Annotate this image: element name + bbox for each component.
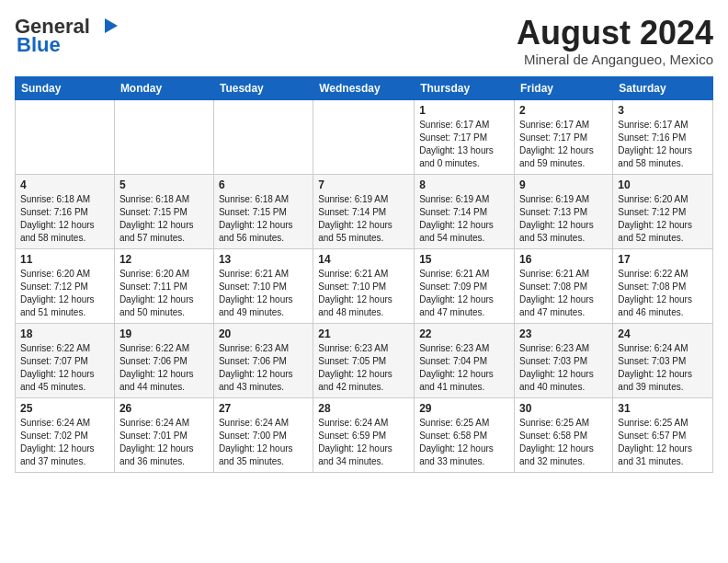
- day-number: 4: [20, 178, 109, 191]
- title-block: August 2024 Mineral de Angangueo, Mexico: [517, 15, 713, 67]
- day-number: 10: [618, 178, 708, 191]
- calendar-week-row: 11Sunrise: 6:20 AM Sunset: 7:12 PM Dayli…: [16, 248, 713, 323]
- calendar-day-21: 21Sunrise: 6:23 AM Sunset: 7:05 PM Dayli…: [313, 323, 415, 397]
- calendar-day-12: 12Sunrise: 6:20 AM Sunset: 7:11 PM Dayli…: [114, 248, 213, 323]
- day-info: Sunrise: 6:22 AM Sunset: 7:06 PM Dayligh…: [119, 342, 209, 394]
- col-header-wednesday: Wednesday: [313, 76, 415, 99]
- calendar-week-row: 4Sunrise: 6:18 AM Sunset: 7:16 PM Daylig…: [16, 174, 713, 248]
- day-number: 30: [519, 402, 608, 415]
- day-number: 24: [618, 327, 708, 340]
- day-number: 15: [419, 253, 509, 266]
- day-number: 3: [618, 104, 708, 117]
- day-number: 21: [318, 327, 409, 340]
- calendar-day-9: 9Sunrise: 6:19 AM Sunset: 7:13 PM Daylig…: [515, 174, 613, 248]
- calendar-day-20: 20Sunrise: 6:23 AM Sunset: 7:06 PM Dayli…: [213, 323, 313, 397]
- calendar-week-row: 25Sunrise: 6:24 AM Sunset: 7:02 PM Dayli…: [16, 397, 713, 472]
- logo: General Blue: [15, 15, 119, 57]
- calendar-day-7: 7Sunrise: 6:19 AM Sunset: 7:14 PM Daylig…: [313, 174, 415, 248]
- calendar-empty-cell: [313, 99, 415, 174]
- day-number: 29: [419, 402, 509, 415]
- calendar-day-28: 28Sunrise: 6:24 AM Sunset: 6:59 PM Dayli…: [313, 397, 415, 472]
- calendar-day-18: 18Sunrise: 6:22 AM Sunset: 7:07 PM Dayli…: [16, 323, 115, 397]
- day-number: 6: [219, 178, 308, 191]
- day-number: 12: [119, 253, 209, 266]
- logo-blue: Blue: [17, 33, 61, 57]
- day-number: 14: [318, 253, 409, 266]
- day-info: Sunrise: 6:24 AM Sunset: 7:03 PM Dayligh…: [618, 342, 708, 394]
- day-info: Sunrise: 6:24 AM Sunset: 6:59 PM Dayligh…: [318, 417, 409, 468]
- calendar-day-11: 11Sunrise: 6:20 AM Sunset: 7:12 PM Dayli…: [16, 248, 115, 323]
- day-info: Sunrise: 6:19 AM Sunset: 7:13 PM Dayligh…: [519, 193, 608, 245]
- day-number: 31: [618, 402, 708, 415]
- day-number: 2: [519, 104, 608, 117]
- day-info: Sunrise: 6:25 AM Sunset: 6:57 PM Dayligh…: [618, 417, 708, 468]
- calendar-day-2: 2Sunrise: 6:17 AM Sunset: 7:17 PM Daylig…: [515, 99, 613, 174]
- calendar-empty-cell: [213, 99, 313, 174]
- calendar-day-4: 4Sunrise: 6:18 AM Sunset: 7:16 PM Daylig…: [16, 174, 115, 248]
- calendar-table: SundayMondayTuesdayWednesdayThursdayFrid…: [15, 76, 713, 473]
- day-info: Sunrise: 6:18 AM Sunset: 7:16 PM Dayligh…: [20, 193, 109, 245]
- location-subtitle: Mineral de Angangueo, Mexico: [517, 52, 713, 67]
- day-info: Sunrise: 6:21 AM Sunset: 7:10 PM Dayligh…: [318, 268, 409, 319]
- day-number: 17: [618, 253, 708, 266]
- day-number: 16: [519, 253, 608, 266]
- svg-marker-0: [105, 18, 118, 33]
- day-info: Sunrise: 6:23 AM Sunset: 7:05 PM Dayligh…: [318, 342, 409, 394]
- day-info: Sunrise: 6:19 AM Sunset: 7:14 PM Dayligh…: [419, 193, 509, 245]
- col-header-tuesday: Tuesday: [213, 76, 313, 99]
- calendar-day-26: 26Sunrise: 6:24 AM Sunset: 7:01 PM Dayli…: [114, 397, 213, 472]
- calendar-header-row: SundayMondayTuesdayWednesdayThursdayFrid…: [16, 76, 713, 99]
- day-info: Sunrise: 6:23 AM Sunset: 7:03 PM Dayligh…: [519, 342, 608, 394]
- calendar-day-5: 5Sunrise: 6:18 AM Sunset: 7:15 PM Daylig…: [114, 174, 213, 248]
- logo-flag-icon: [92, 17, 119, 37]
- calendar-day-25: 25Sunrise: 6:24 AM Sunset: 7:02 PM Dayli…: [16, 397, 115, 472]
- day-info: Sunrise: 6:17 AM Sunset: 7:17 PM Dayligh…: [419, 119, 509, 170]
- month-year-title: August 2024: [517, 15, 713, 52]
- calendar-day-3: 3Sunrise: 6:17 AM Sunset: 7:16 PM Daylig…: [613, 99, 713, 174]
- day-info: Sunrise: 6:18 AM Sunset: 7:15 PM Dayligh…: [119, 193, 209, 245]
- day-info: Sunrise: 6:19 AM Sunset: 7:14 PM Dayligh…: [318, 193, 409, 245]
- day-number: 20: [219, 327, 308, 340]
- day-info: Sunrise: 6:24 AM Sunset: 7:01 PM Dayligh…: [119, 417, 209, 468]
- day-info: Sunrise: 6:23 AM Sunset: 7:04 PM Dayligh…: [419, 342, 509, 394]
- col-header-monday: Monday: [114, 76, 213, 99]
- day-number: 18: [20, 327, 109, 340]
- calendar-day-24: 24Sunrise: 6:24 AM Sunset: 7:03 PM Dayli…: [613, 323, 713, 397]
- calendar-day-31: 31Sunrise: 6:25 AM Sunset: 6:57 PM Dayli…: [613, 397, 713, 472]
- day-info: Sunrise: 6:23 AM Sunset: 7:06 PM Dayligh…: [219, 342, 308, 394]
- day-info: Sunrise: 6:24 AM Sunset: 7:02 PM Dayligh…: [20, 417, 109, 468]
- calendar-empty-cell: [114, 99, 213, 174]
- page-header: General Blue August 2024 Mineral de Anga…: [15, 15, 713, 67]
- day-number: 22: [419, 327, 509, 340]
- calendar-day-13: 13Sunrise: 6:21 AM Sunset: 7:10 PM Dayli…: [213, 248, 313, 323]
- calendar-day-22: 22Sunrise: 6:23 AM Sunset: 7:04 PM Dayli…: [415, 323, 515, 397]
- col-header-sunday: Sunday: [16, 76, 115, 99]
- day-number: 19: [119, 327, 209, 340]
- calendar-day-29: 29Sunrise: 6:25 AM Sunset: 6:58 PM Dayli…: [415, 397, 515, 472]
- calendar-day-19: 19Sunrise: 6:22 AM Sunset: 7:06 PM Dayli…: [114, 323, 213, 397]
- calendar-day-17: 17Sunrise: 6:22 AM Sunset: 7:08 PM Dayli…: [613, 248, 713, 323]
- day-info: Sunrise: 6:25 AM Sunset: 6:58 PM Dayligh…: [419, 417, 509, 468]
- day-info: Sunrise: 6:20 AM Sunset: 7:12 PM Dayligh…: [20, 268, 109, 319]
- day-number: 26: [119, 402, 209, 415]
- calendar-day-30: 30Sunrise: 6:25 AM Sunset: 6:58 PM Dayli…: [515, 397, 613, 472]
- day-info: Sunrise: 6:22 AM Sunset: 7:08 PM Dayligh…: [618, 268, 708, 319]
- calendar-day-15: 15Sunrise: 6:21 AM Sunset: 7:09 PM Dayli…: [415, 248, 515, 323]
- day-number: 11: [20, 253, 109, 266]
- day-number: 7: [318, 178, 409, 191]
- calendar-day-1: 1Sunrise: 6:17 AM Sunset: 7:17 PM Daylig…: [415, 99, 515, 174]
- calendar-day-27: 27Sunrise: 6:24 AM Sunset: 7:00 PM Dayli…: [213, 397, 313, 472]
- day-number: 13: [219, 253, 308, 266]
- calendar-day-16: 16Sunrise: 6:21 AM Sunset: 7:08 PM Dayli…: [515, 248, 613, 323]
- day-info: Sunrise: 6:24 AM Sunset: 7:00 PM Dayligh…: [219, 417, 308, 468]
- day-number: 23: [519, 327, 608, 340]
- calendar-day-10: 10Sunrise: 6:20 AM Sunset: 7:12 PM Dayli…: [613, 174, 713, 248]
- day-info: Sunrise: 6:21 AM Sunset: 7:08 PM Dayligh…: [519, 268, 608, 319]
- col-header-friday: Friday: [515, 76, 613, 99]
- day-info: Sunrise: 6:21 AM Sunset: 7:10 PM Dayligh…: [219, 268, 308, 319]
- day-number: 1: [419, 104, 509, 117]
- calendar-week-row: 1Sunrise: 6:17 AM Sunset: 7:17 PM Daylig…: [16, 99, 713, 174]
- day-info: Sunrise: 6:21 AM Sunset: 7:09 PM Dayligh…: [419, 268, 509, 319]
- calendar-day-6: 6Sunrise: 6:18 AM Sunset: 7:15 PM Daylig…: [213, 174, 313, 248]
- col-header-thursday: Thursday: [415, 76, 515, 99]
